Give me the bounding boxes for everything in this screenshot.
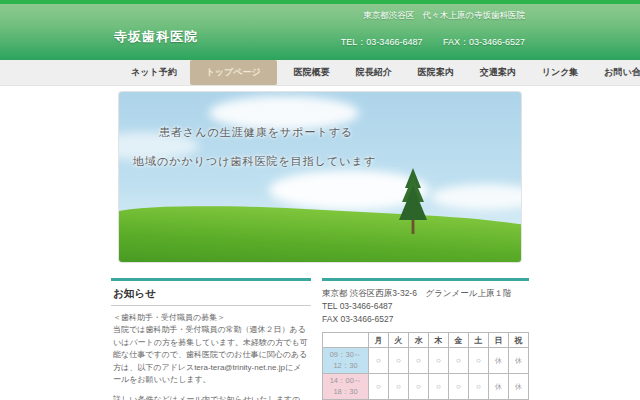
day-header: 火 — [389, 333, 409, 348]
day-header: 水 — [409, 333, 429, 348]
schedule-cell: ○ — [469, 348, 489, 374]
nav-tab-contact[interactable]: お問い合わせ — [591, 61, 640, 84]
nav-tab-links[interactable]: リンク集 — [529, 61, 592, 84]
table-corner-cell — [323, 333, 369, 348]
hero-catchphrase-2: 地域のかかりつけ歯科医院を目指しています — [133, 154, 376, 169]
main-nav: ネット予約 トップページ 医院概要 院長紹介 医院案内 交通案内 リンク集 お問… — [0, 60, 640, 86]
schedule-cell: ○ — [369, 374, 389, 400]
news-subheading: ＜歯科助手・受付職員の募集＞ — [113, 312, 309, 324]
header-tagline: 東京都渋谷区 代々木上原の寺坂歯科医院 — [363, 10, 525, 22]
day-header: 祝 — [509, 333, 529, 348]
day-header: 金 — [449, 333, 469, 348]
content-area: 患者さんの生涯健康をサポートする 地域のかかりつけ歯科医院を目指しています お知… — [111, 86, 529, 400]
news-body: ＜歯科助手・受付職員の募集＞ 当院では歯科助手・受付職員の常勤（週休２日）あるい… — [111, 306, 311, 400]
schedule-cell: ○ — [369, 348, 389, 374]
schedule-cell: ○ — [409, 348, 429, 374]
nav-tab-director[interactable]: 院長紹介 — [343, 61, 405, 84]
schedule-cell: 休 — [509, 374, 529, 400]
schedule-cell: 休 — [509, 348, 529, 374]
nav-tab-top[interactable]: トップページ — [190, 60, 277, 85]
clinic-info: 東京都 渋谷区西原3-32-6 グランメール上原１階 TEL 03-3466-6… — [322, 281, 529, 329]
hero-image: 患者さんの生涯健康をサポートする 地域のかかりつけ歯科医院を目指しています — [119, 92, 521, 262]
clinic-fax: FAX 03-3466-6527 — [322, 313, 529, 326]
schedule-cell: ○ — [449, 348, 469, 374]
schedule-cell: 休 — [489, 348, 509, 374]
schedule-cell: ○ — [409, 374, 429, 400]
table-row: 09：30～ 12：30 ○ ○ ○ ○ ○ ○ 休 休 — [323, 348, 529, 374]
tree-icon — [399, 168, 427, 234]
header-tel: TEL：03-3466-6487 — [341, 37, 423, 47]
schedule-cell: 休 — [489, 374, 509, 400]
table-header-row: 月 火 水 木 金 土 日 祝 — [323, 333, 529, 348]
hero-catchphrase-1: 患者さんの生涯健康をサポートする — [159, 125, 353, 140]
schedule-cell: ○ — [389, 374, 409, 400]
schedule-cell: ○ — [429, 374, 449, 400]
clinic-info-section: 東京都 渋谷区西原3-32-6 グランメール上原１階 TEL 03-3466-6… — [322, 278, 529, 400]
time-slot-morning: 09：30～ 12：30 — [323, 348, 369, 374]
header-top-strip — [0, 0, 640, 4]
office-hours-table: 月 火 水 木 金 土 日 祝 09：30～ — [322, 332, 529, 400]
nav-tab-clinic-overview[interactable]: 医院概要 — [281, 61, 343, 84]
day-header: 土 — [469, 333, 489, 348]
day-header: 木 — [429, 333, 449, 348]
header-fax: FAX：03-3466-6527 — [443, 37, 525, 47]
clinic-address: 東京都 渋谷区西原3-32-6 グランメール上原１階 — [322, 287, 529, 300]
news-paragraph: 当院では歯科助手・受付職員の常勤（週休２日）あるいはパートの方を募集しています。… — [113, 324, 309, 386]
nav-tab-access[interactable]: 交通案内 — [467, 61, 529, 84]
time-slot-afternoon: 14：00～ 18：30 — [323, 374, 369, 400]
schedule-cell: ○ — [449, 374, 469, 400]
day-header: 月 — [369, 333, 389, 348]
cloud-shape — [431, 184, 521, 210]
clinic-tel: TEL 03-3466-6487 — [322, 300, 529, 313]
news-heading: お知らせ — [111, 281, 311, 306]
site-header: 寺坂歯科医院 東京都渋谷区 代々木上原の寺坂歯科医院 TEL：03-3466-6… — [0, 0, 640, 60]
nav-tab-clinic-guide[interactable]: 医院案内 — [405, 61, 467, 84]
page: 寺坂歯科医院 東京都渋谷区 代々木上原の寺坂歯科医院 TEL：03-3466-6… — [0, 0, 640, 400]
nav-tab-net-reservation[interactable]: ネット予約 — [118, 61, 190, 84]
schedule-cell: ○ — [389, 348, 409, 374]
site-title: 寺坂歯科医院 — [114, 28, 198, 46]
header-contact: TEL：03-3466-6487 FAX：03-3466-6527 — [323, 36, 525, 49]
news-section: お知らせ ＜歯科助手・受付職員の募集＞ 当院では歯科助手・受付職員の常勤（週休２… — [111, 278, 311, 400]
day-header: 日 — [489, 333, 509, 348]
schedule-cell: ○ — [429, 348, 449, 374]
table-row: 14：00～ 18：30 ○ ○ ○ ○ ○ ○ 休 休 — [323, 374, 529, 400]
news-paragraph: 詳しい条件などはメール内でお知らせいたしますので、お気軽に問い合わせをされてくだ… — [113, 394, 309, 400]
schedule-cell: ○ — [469, 374, 489, 400]
